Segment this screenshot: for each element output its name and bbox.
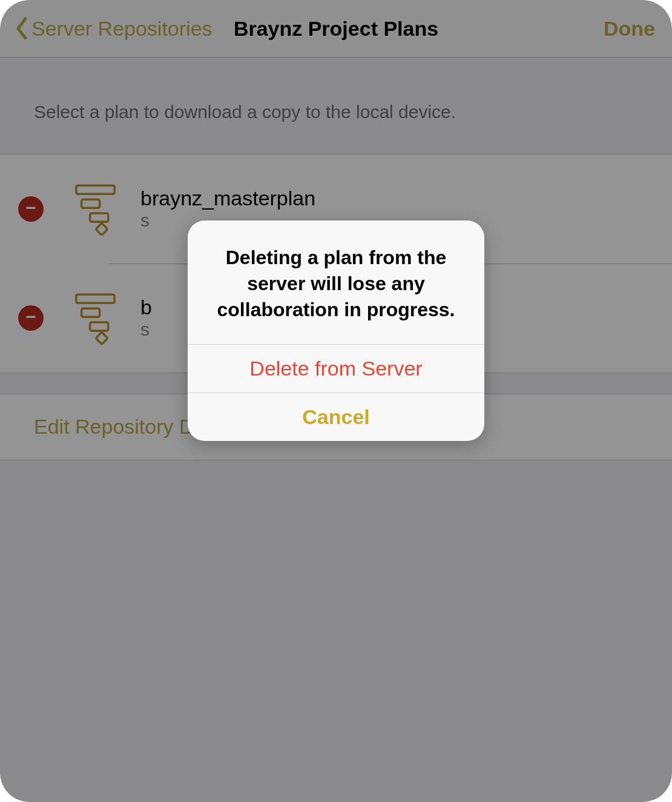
cancel-button[interactable]: Cancel <box>188 393 484 441</box>
delete-from-server-button[interactable]: Delete from Server <box>188 344 484 393</box>
delete-label: Delete from Server <box>249 357 422 380</box>
screen: Server Repositories Braynz Project Plans… <box>0 0 672 802</box>
confirm-alert: Deleting a plan from the server will los… <box>188 220 484 441</box>
cancel-label: Cancel <box>302 405 370 429</box>
alert-message: Deleting a plan from the server will los… <box>188 220 484 344</box>
